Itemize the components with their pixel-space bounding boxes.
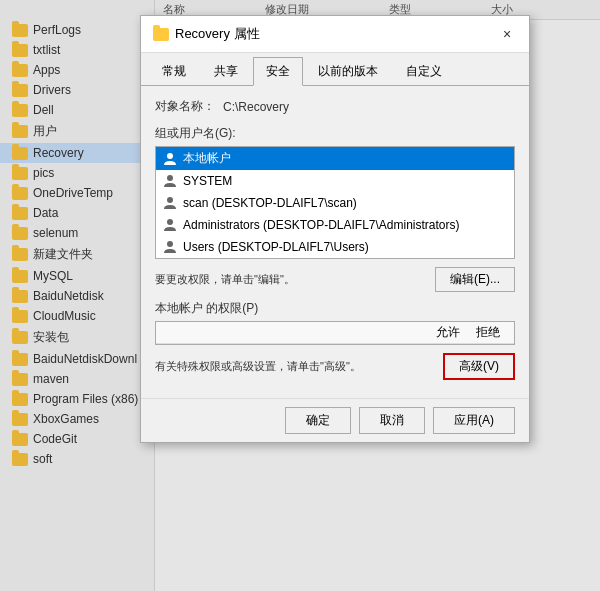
svg-point-3 — [167, 219, 173, 225]
advanced-row: 有关特殊权限或高级设置，请单击"高级"。 高级(V) — [155, 353, 515, 380]
svg-point-4 — [167, 241, 173, 247]
perm-header: 允许 拒绝 — [156, 322, 514, 344]
ok-button[interactable]: 确定 — [285, 407, 351, 434]
user-icon — [162, 239, 178, 255]
user-item[interactable]: scan (DESKTOP-DLAIFL7\scan) — [156, 192, 514, 214]
dialog-titlebar: Recovery 属性 × — [141, 16, 529, 53]
user-item[interactable]: 本地帐户 — [156, 147, 514, 170]
svg-point-1 — [167, 175, 173, 181]
apply-button[interactable]: 应用(A) — [433, 407, 515, 434]
user-icon — [162, 195, 178, 211]
tab-安全[interactable]: 安全 — [253, 57, 303, 86]
user-icon — [162, 217, 178, 233]
object-value: C:\Recovery — [223, 100, 289, 114]
edit-row: 要更改权限，请单击"编辑"。 编辑(E)... — [155, 267, 515, 292]
object-label: 对象名称： — [155, 98, 215, 115]
tab-bar: 常规共享安全以前的版本自定义 — [141, 53, 529, 86]
users-list[interactable]: 本地帐户SYSTEMscan (DESKTOP-DLAIFL7\scan)Adm… — [155, 146, 515, 259]
svg-point-0 — [167, 153, 173, 159]
user-label: Administrators (DESKTOP-DLAIFL7\Administ… — [183, 218, 460, 232]
perm-deny-header: 拒绝 — [468, 324, 508, 341]
user-icon — [162, 151, 178, 167]
user-label: Users (DESKTOP-DLAIFL7\Users) — [183, 240, 369, 254]
user-label: 本地帐户 — [183, 150, 231, 167]
dialog-content: 对象名称： C:\Recovery 组或用户名(G): 本地帐户SYSTEMsc… — [141, 86, 529, 398]
dialog-title: Recovery 属性 — [175, 25, 497, 43]
tab-自定义[interactable]: 自定义 — [393, 57, 455, 85]
user-item[interactable]: Administrators (DESKTOP-DLAIFL7\Administ… — [156, 214, 514, 236]
svg-point-2 — [167, 197, 173, 203]
edit-button[interactable]: 编辑(E)... — [435, 267, 515, 292]
close-button[interactable]: × — [497, 24, 517, 44]
perm-allow-header: 允许 — [428, 324, 468, 341]
edit-note: 要更改权限，请单击"编辑"。 — [155, 272, 435, 287]
tab-共享[interactable]: 共享 — [201, 57, 251, 85]
user-item[interactable]: Users (DESKTOP-DLAIFL7\Users) — [156, 236, 514, 258]
folder-icon — [153, 28, 169, 41]
tab-以前的版本[interactable]: 以前的版本 — [305, 57, 391, 85]
user-item[interactable]: SYSTEM — [156, 170, 514, 192]
perm-name-header — [162, 324, 428, 341]
user-label: scan (DESKTOP-DLAIFL7\scan) — [183, 196, 357, 210]
perm-label: 本地帐户 的权限(P) — [155, 300, 515, 317]
cancel-button[interactable]: 取消 — [359, 407, 425, 434]
advanced-button[interactable]: 高级(V) — [443, 353, 515, 380]
properties-dialog: Recovery 属性 × 常规共享安全以前的版本自定义 对象名称： C:\Re… — [140, 15, 530, 443]
user-label: SYSTEM — [183, 174, 232, 188]
object-name-row: 对象名称： C:\Recovery — [155, 98, 515, 115]
permissions-table: 允许 拒绝 — [155, 321, 515, 345]
user-icon — [162, 173, 178, 189]
dialog-footer: 确定 取消 应用(A) — [141, 398, 529, 442]
group-label: 组或用户名(G): — [155, 125, 515, 142]
advanced-note: 有关特殊权限或高级设置，请单击"高级"。 — [155, 359, 443, 374]
tab-常规[interactable]: 常规 — [149, 57, 199, 85]
